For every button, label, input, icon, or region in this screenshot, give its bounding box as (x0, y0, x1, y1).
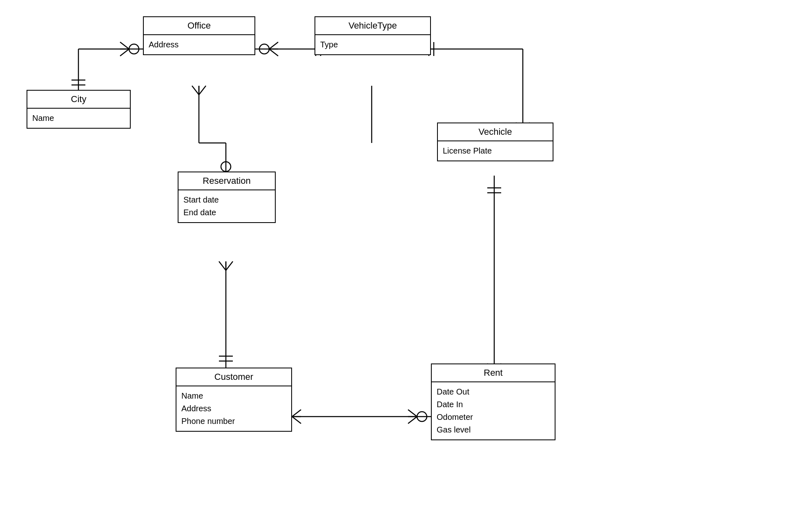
vehicletype-title: VehicleType (315, 17, 430, 35)
city-entity: City Name (27, 90, 131, 129)
svg-line-21 (269, 49, 278, 56)
svg-line-42 (408, 410, 417, 417)
svg-line-5 (120, 42, 129, 49)
reservation-entity: Reservation Start date End date (178, 172, 276, 223)
svg-line-40 (292, 417, 301, 424)
vehicletype-attr-type: Type (320, 38, 425, 51)
city-attr-name: Name (32, 112, 125, 125)
reservation-attrs: Start date End date (178, 190, 275, 222)
vehicle-entity: Vechicle License Plate (437, 123, 553, 161)
vehicletype-entity: VehicleType Type (315, 16, 431, 55)
city-title: City (27, 91, 130, 109)
customer-attr-address: Address (181, 402, 286, 415)
vehicle-attr-plate: License Plate (443, 145, 548, 157)
svg-line-34 (219, 261, 226, 270)
customer-attr-phone: Phone number (181, 415, 286, 428)
rent-title: Rent (432, 364, 555, 382)
rent-entity: Rent Date Out Date In Odometer Gas level (431, 363, 555, 440)
customer-entity: Customer Name Address Phone number (176, 368, 292, 432)
svg-line-14 (199, 86, 206, 95)
rent-attr-odometer: Odometer (437, 411, 550, 424)
city-attrs: Name (27, 109, 130, 128)
office-attr-address: Address (149, 38, 250, 51)
vehicletype-attrs: Type (315, 35, 430, 54)
reservation-attr-startdate: Start date (183, 194, 270, 206)
svg-line-36 (226, 261, 233, 270)
rent-attrs: Date Out Date In Odometer Gas level (432, 382, 555, 439)
reservation-attr-enddate: End date (183, 206, 270, 219)
rent-attr-gaslevel: Gas level (437, 424, 550, 436)
office-title: Office (144, 17, 254, 35)
vehicle-title: Vechicle (438, 123, 553, 141)
svg-line-44 (408, 417, 417, 424)
rent-attr-datein: Date In (437, 398, 550, 411)
svg-line-7 (120, 49, 129, 56)
vehicle-attrs: License Plate (438, 141, 553, 161)
rent-attr-dateout: Date Out (437, 386, 550, 398)
reservation-title: Reservation (178, 172, 275, 190)
svg-line-12 (192, 86, 199, 95)
svg-line-38 (292, 410, 301, 417)
customer-attr-name: Name (181, 390, 286, 402)
office-attrs: Address (144, 35, 254, 54)
customer-attrs: Name Address Phone number (176, 386, 291, 431)
customer-title: Customer (176, 368, 291, 386)
svg-line-19 (269, 42, 278, 49)
office-entity: Office Address (143, 16, 255, 55)
